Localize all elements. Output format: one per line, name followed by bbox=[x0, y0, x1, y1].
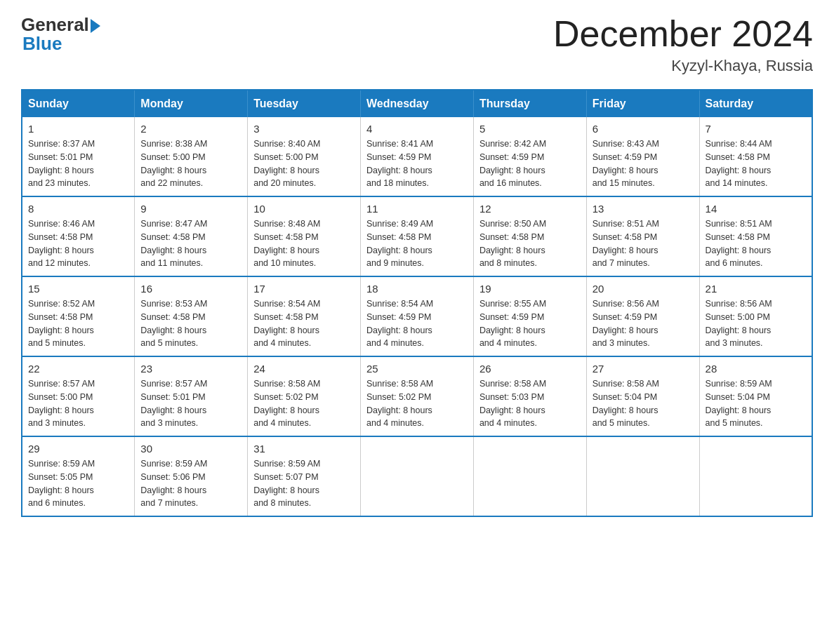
day-info: Sunrise: 8:52 AMSunset: 4:58 PMDaylight:… bbox=[28, 297, 128, 350]
day-info: Sunrise: 8:53 AMSunset: 4:58 PMDaylight:… bbox=[140, 297, 241, 350]
calendar-day-cell: 14Sunrise: 8:51 AMSunset: 4:58 PMDayligh… bbox=[699, 196, 812, 276]
calendar-day-cell: 25Sunrise: 8:58 AMSunset: 5:02 PMDayligh… bbox=[361, 356, 474, 436]
day-info: Sunrise: 8:57 AMSunset: 5:01 PMDaylight:… bbox=[140, 377, 241, 430]
month-title: December 2024 bbox=[553, 14, 813, 54]
day-info: Sunrise: 8:59 AMSunset: 5:05 PMDaylight:… bbox=[28, 457, 128, 510]
day-info: Sunrise: 8:55 AMSunset: 4:59 PMDaylight:… bbox=[479, 297, 581, 350]
calendar-day-cell: 7Sunrise: 8:44 AMSunset: 4:58 PMDaylight… bbox=[699, 117, 812, 196]
day-number: 9 bbox=[140, 203, 241, 215]
day-number: 26 bbox=[479, 363, 581, 375]
calendar-day-cell: 24Sunrise: 8:58 AMSunset: 5:02 PMDayligh… bbox=[248, 356, 361, 436]
day-number: 29 bbox=[28, 443, 128, 455]
day-info: Sunrise: 8:54 AMSunset: 4:58 PMDaylight:… bbox=[253, 297, 355, 350]
calendar-day-cell: 19Sunrise: 8:55 AMSunset: 4:59 PMDayligh… bbox=[473, 276, 586, 356]
calendar-day-header: Monday bbox=[135, 90, 248, 117]
day-number: 18 bbox=[366, 283, 468, 295]
day-number: 19 bbox=[479, 283, 581, 295]
calendar-day-cell: 30Sunrise: 8:59 AMSunset: 5:06 PMDayligh… bbox=[135, 436, 248, 516]
day-info: Sunrise: 8:58 AMSunset: 5:02 PMDaylight:… bbox=[253, 377, 355, 430]
day-info: Sunrise: 8:56 AMSunset: 4:59 PMDaylight:… bbox=[593, 297, 694, 350]
calendar-day-cell: 29Sunrise: 8:59 AMSunset: 5:05 PMDayligh… bbox=[22, 436, 135, 516]
day-info: Sunrise: 8:59 AMSunset: 5:07 PMDaylight:… bbox=[253, 457, 355, 510]
location-text: Kyzyl-Khaya, Russia bbox=[553, 57, 813, 75]
day-info: Sunrise: 8:37 AMSunset: 5:01 PMDaylight:… bbox=[28, 137, 128, 190]
calendar-day-cell: 10Sunrise: 8:48 AMSunset: 4:58 PMDayligh… bbox=[248, 196, 361, 276]
calendar-day-header: Saturday bbox=[699, 90, 812, 117]
day-number: 20 bbox=[593, 283, 694, 295]
calendar-day-cell: 5Sunrise: 8:42 AMSunset: 4:59 PMDaylight… bbox=[473, 117, 586, 196]
day-info: Sunrise: 8:38 AMSunset: 5:00 PMDaylight:… bbox=[140, 137, 241, 190]
day-info: Sunrise: 8:54 AMSunset: 4:59 PMDaylight:… bbox=[366, 297, 468, 350]
calendar-day-cell: 2Sunrise: 8:38 AMSunset: 5:00 PMDaylight… bbox=[135, 117, 248, 196]
day-number: 7 bbox=[706, 123, 806, 135]
calendar-day-header: Wednesday bbox=[361, 90, 474, 117]
title-section: December 2024 Kyzyl-Khaya, Russia bbox=[553, 14, 813, 75]
day-info: Sunrise: 8:44 AMSunset: 4:58 PMDaylight:… bbox=[706, 137, 806, 190]
day-info: Sunrise: 8:51 AMSunset: 4:58 PMDaylight:… bbox=[593, 217, 694, 270]
calendar-day-cell: 11Sunrise: 8:49 AMSunset: 4:58 PMDayligh… bbox=[361, 196, 474, 276]
calendar-week-row: 15Sunrise: 8:52 AMSunset: 4:58 PMDayligh… bbox=[22, 276, 812, 356]
day-number: 2 bbox=[140, 123, 241, 135]
day-number: 12 bbox=[479, 203, 581, 215]
day-number: 3 bbox=[253, 123, 355, 135]
day-number: 6 bbox=[593, 123, 694, 135]
calendar-table: SundayMondayTuesdayWednesdayThursdayFrid… bbox=[21, 89, 813, 517]
calendar-week-row: 1Sunrise: 8:37 AMSunset: 5:01 PMDaylight… bbox=[22, 117, 812, 196]
day-number: 15 bbox=[28, 283, 128, 295]
calendar-day-cell: 28Sunrise: 8:59 AMSunset: 5:04 PMDayligh… bbox=[699, 356, 812, 436]
calendar-day-cell: 21Sunrise: 8:56 AMSunset: 5:00 PMDayligh… bbox=[699, 276, 812, 356]
day-info: Sunrise: 8:40 AMSunset: 5:00 PMDaylight:… bbox=[253, 137, 355, 190]
calendar-day-cell: 31Sunrise: 8:59 AMSunset: 5:07 PMDayligh… bbox=[248, 436, 361, 516]
day-number: 14 bbox=[706, 203, 806, 215]
calendar-day-cell bbox=[361, 436, 474, 516]
day-info: Sunrise: 8:41 AMSunset: 4:59 PMDaylight:… bbox=[366, 137, 468, 190]
calendar-day-cell: 4Sunrise: 8:41 AMSunset: 4:59 PMDaylight… bbox=[361, 117, 474, 196]
day-info: Sunrise: 8:58 AMSunset: 5:02 PMDaylight:… bbox=[366, 377, 468, 430]
day-number: 10 bbox=[253, 203, 355, 215]
day-number: 31 bbox=[253, 443, 355, 455]
day-number: 27 bbox=[593, 363, 694, 375]
day-info: Sunrise: 8:57 AMSunset: 5:00 PMDaylight:… bbox=[28, 377, 128, 430]
calendar-day-cell: 13Sunrise: 8:51 AMSunset: 4:58 PMDayligh… bbox=[586, 196, 699, 276]
calendar-day-cell: 20Sunrise: 8:56 AMSunset: 4:59 PMDayligh… bbox=[586, 276, 699, 356]
day-info: Sunrise: 8:56 AMSunset: 5:00 PMDaylight:… bbox=[706, 297, 806, 350]
calendar-day-cell: 8Sunrise: 8:46 AMSunset: 4:58 PMDaylight… bbox=[22, 196, 135, 276]
day-number: 1 bbox=[28, 123, 128, 135]
calendar-week-row: 22Sunrise: 8:57 AMSunset: 5:00 PMDayligh… bbox=[22, 356, 812, 436]
day-number: 16 bbox=[140, 283, 241, 295]
calendar-day-cell: 9Sunrise: 8:47 AMSunset: 4:58 PMDaylight… bbox=[135, 196, 248, 276]
calendar-day-cell: 3Sunrise: 8:40 AMSunset: 5:00 PMDaylight… bbox=[248, 117, 361, 196]
calendar-day-cell: 26Sunrise: 8:58 AMSunset: 5:03 PMDayligh… bbox=[473, 356, 586, 436]
day-info: Sunrise: 8:42 AMSunset: 4:59 PMDaylight:… bbox=[479, 137, 581, 190]
logo-blue-text: Blue bbox=[21, 33, 62, 55]
calendar-day-cell: 18Sunrise: 8:54 AMSunset: 4:59 PMDayligh… bbox=[361, 276, 474, 356]
calendar-day-cell: 23Sunrise: 8:57 AMSunset: 5:01 PMDayligh… bbox=[135, 356, 248, 436]
day-number: 23 bbox=[140, 363, 241, 375]
calendar-day-cell bbox=[473, 436, 586, 516]
calendar-day-cell bbox=[586, 436, 699, 516]
calendar-day-cell: 16Sunrise: 8:53 AMSunset: 4:58 PMDayligh… bbox=[135, 276, 248, 356]
day-number: 24 bbox=[253, 363, 355, 375]
day-number: 21 bbox=[706, 283, 806, 295]
day-info: Sunrise: 8:50 AMSunset: 4:58 PMDaylight:… bbox=[479, 217, 581, 270]
day-info: Sunrise: 8:47 AMSunset: 4:58 PMDaylight:… bbox=[140, 217, 241, 270]
day-number: 5 bbox=[479, 123, 581, 135]
day-info: Sunrise: 8:46 AMSunset: 4:58 PMDaylight:… bbox=[28, 217, 128, 270]
day-info: Sunrise: 8:43 AMSunset: 4:59 PMDaylight:… bbox=[593, 137, 694, 190]
calendar-week-row: 8Sunrise: 8:46 AMSunset: 4:58 PMDaylight… bbox=[22, 196, 812, 276]
calendar-day-cell bbox=[699, 436, 812, 516]
day-number: 25 bbox=[366, 363, 468, 375]
day-number: 17 bbox=[253, 283, 355, 295]
day-info: Sunrise: 8:48 AMSunset: 4:58 PMDaylight:… bbox=[253, 217, 355, 270]
calendar-day-cell: 15Sunrise: 8:52 AMSunset: 4:58 PMDayligh… bbox=[22, 276, 135, 356]
calendar-day-cell: 27Sunrise: 8:58 AMSunset: 5:04 PMDayligh… bbox=[586, 356, 699, 436]
day-info: Sunrise: 8:59 AMSunset: 5:04 PMDaylight:… bbox=[706, 377, 806, 430]
calendar-day-header: Tuesday bbox=[248, 90, 361, 117]
page-header: General Blue December 2024 Kyzyl-Khaya, … bbox=[21, 14, 813, 75]
calendar-day-header: Friday bbox=[586, 90, 699, 117]
calendar-day-cell: 6Sunrise: 8:43 AMSunset: 4:59 PMDaylight… bbox=[586, 117, 699, 196]
day-number: 8 bbox=[28, 203, 128, 215]
calendar-day-header: Thursday bbox=[473, 90, 586, 117]
calendar-day-cell: 12Sunrise: 8:50 AMSunset: 4:58 PMDayligh… bbox=[473, 196, 586, 276]
calendar-day-cell: 1Sunrise: 8:37 AMSunset: 5:01 PMDaylight… bbox=[22, 117, 135, 196]
